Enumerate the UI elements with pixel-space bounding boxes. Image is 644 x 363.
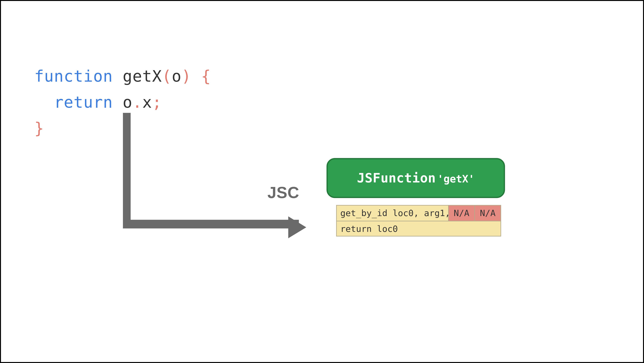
dot-operator: . xyxy=(132,93,142,111)
compile-arrow xyxy=(123,113,335,228)
left-brace: { xyxy=(201,67,211,85)
bytecode-op: get_by_id loc0, arg1, x xyxy=(337,206,448,221)
jsfunction-box: JSFunction 'getX' xyxy=(326,158,505,198)
property-x: x xyxy=(142,93,152,111)
bytecode-table: get_by_id loc0, arg1, x N/A N/A return l… xyxy=(336,205,501,236)
arrow-horizontal-segment xyxy=(123,220,299,228)
semicolon: ; xyxy=(152,93,162,111)
jsfunction-title: JSFunction xyxy=(357,171,436,186)
bytecode-op: return loc0 xyxy=(337,221,500,236)
inline-cache-slot: N/A xyxy=(448,206,474,221)
object-o: o xyxy=(122,93,132,111)
inline-cache-slot: N/A xyxy=(474,206,500,221)
arrow-head-icon xyxy=(288,216,306,238)
function-name: getX xyxy=(122,67,162,85)
keyword-function: function xyxy=(34,67,113,85)
slide-frame: function getX(o) { return o.x; } JSC JSF… xyxy=(0,0,644,363)
jsfunction-name: 'getX' xyxy=(437,173,475,185)
param-o: o xyxy=(172,67,182,85)
bytecode-row: get_by_id loc0, arg1, x N/A N/A xyxy=(337,206,500,221)
arrow-label-jsc: JSC xyxy=(267,183,299,202)
right-paren: ) xyxy=(182,67,191,85)
left-paren: ( xyxy=(162,67,172,85)
arrow-vertical-segment xyxy=(123,113,130,228)
bytecode-row: return loc0 xyxy=(337,221,500,236)
keyword-return: return xyxy=(54,93,113,111)
right-brace: } xyxy=(34,119,44,137)
